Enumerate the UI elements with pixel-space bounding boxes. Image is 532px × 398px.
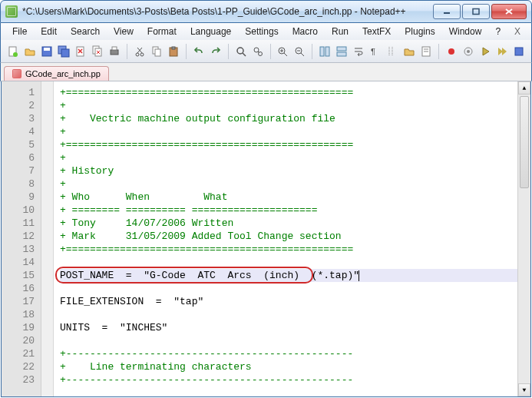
- wrap-icon[interactable]: [351, 43, 366, 60]
- code-line[interactable]: + Tony 14/07/2006 Written: [60, 217, 517, 230]
- print-icon[interactable]: [107, 43, 122, 60]
- code-line[interactable]: +---------------------------------------…: [60, 373, 517, 386]
- line-number: 3: [2, 112, 35, 125]
- svg-rect-18: [112, 47, 117, 50]
- code-line[interactable]: +=======================================…: [60, 138, 517, 151]
- file-tab[interactable]: GCode_arc_inch.pp: [4, 66, 109, 81]
- menu-settings[interactable]: Settings: [238, 25, 285, 38]
- undo-icon[interactable]: [191, 43, 207, 60]
- close-file-icon[interactable]: [73, 43, 88, 60]
- stop-rec-icon[interactable]: [461, 43, 476, 60]
- svg-line-37: [301, 53, 304, 56]
- scroll-down-icon[interactable]: ▼: [518, 383, 530, 396]
- code-line[interactable]: [60, 334, 517, 347]
- code-line[interactable]: + Who When What: [60, 191, 517, 204]
- line-number: 14: [2, 256, 35, 269]
- code-line[interactable]: POST_NAME = "G-Code ATC Arcs (inch) (*.t…: [60, 269, 517, 282]
- save-icon[interactable]: [39, 43, 55, 60]
- svg-rect-41: [337, 52, 346, 56]
- save-macro-icon[interactable]: [511, 43, 527, 60]
- code-line[interactable]: +: [60, 151, 517, 164]
- code-line[interactable]: + Vectric machine output configuration f…: [60, 112, 517, 125]
- svg-point-27: [237, 48, 243, 54]
- doc-list-icon[interactable]: [418, 43, 434, 60]
- open-file-icon[interactable]: [22, 43, 38, 60]
- line-number: 13: [2, 243, 35, 256]
- redo-icon[interactable]: [208, 43, 223, 60]
- minimize-button[interactable]: [433, 4, 461, 19]
- find-icon[interactable]: [233, 43, 249, 60]
- line-number: 19: [2, 321, 35, 334]
- line-number: 11: [2, 217, 35, 230]
- editor: 1234567891011121314151617181920212223 +=…: [1, 81, 531, 397]
- line-number: 20: [2, 334, 35, 347]
- indent-guide-icon[interactable]: [385, 43, 400, 60]
- menu-plugins[interactable]: Plugins: [398, 25, 441, 38]
- zoom-in-icon[interactable]: [275, 43, 290, 60]
- menu-format[interactable]: Format: [140, 25, 183, 38]
- copy-icon[interactable]: [149, 43, 164, 60]
- code-line[interactable]: +=======================================…: [60, 86, 517, 99]
- menu-search[interactable]: Search: [64, 25, 107, 38]
- menu-window[interactable]: Window: [442, 25, 489, 38]
- menu-file[interactable]: File: [5, 25, 34, 38]
- menu-edit[interactable]: Edit: [34, 25, 64, 38]
- code-line[interactable]: + History: [60, 164, 517, 177]
- window-buttons: [431, 4, 527, 19]
- play-multi-icon[interactable]: [494, 43, 510, 60]
- menu-help[interactable]: ?: [488, 25, 507, 38]
- code-line[interactable]: FILE_EXTENSION = "tap": [60, 295, 517, 308]
- window-title: *C:\Users\Mark\Documents\3-Posts\Beta Po…: [22, 6, 431, 17]
- line-number: 18: [2, 308, 35, 321]
- code-line[interactable]: [60, 308, 517, 321]
- menubar-x[interactable]: X: [508, 25, 527, 38]
- code-line[interactable]: +: [60, 99, 517, 112]
- line-number: 6: [2, 151, 35, 164]
- code-line[interactable]: [60, 256, 517, 269]
- save-all-icon[interactable]: [56, 43, 71, 60]
- maximize-button[interactable]: [462, 4, 490, 19]
- menu-textfx[interactable]: TextFX: [355, 25, 398, 38]
- code-line[interactable]: +: [60, 177, 517, 191]
- svg-rect-24: [155, 49, 160, 56]
- code-line[interactable]: UNITS = "INCHES": [60, 321, 517, 334]
- line-number: 7: [2, 164, 35, 177]
- menu-view[interactable]: View: [107, 25, 140, 38]
- fold-margin: [41, 81, 54, 396]
- code-line[interactable]: + ======== ========== ==================…: [60, 204, 517, 217]
- code-line[interactable]: +=======================================…: [60, 243, 517, 256]
- scroll-up-icon[interactable]: ▲: [518, 81, 530, 95]
- line-number: 22: [2, 360, 35, 373]
- svg-point-50: [467, 50, 470, 53]
- code-line[interactable]: + Line terminating characters: [60, 360, 517, 373]
- close-button[interactable]: [491, 4, 527, 19]
- code-area[interactable]: +=======================================…: [54, 81, 517, 396]
- code-line[interactable]: + Mark 31/05/2009 Added Tool Change sect…: [60, 230, 517, 243]
- line-number-gutter: 1234567891011121314151617181920212223: [2, 81, 41, 396]
- code-line[interactable]: [60, 282, 517, 295]
- sync-v-icon[interactable]: [317, 43, 332, 60]
- paste-icon[interactable]: [166, 43, 181, 60]
- play-icon[interactable]: [477, 43, 493, 60]
- code-line[interactable]: +: [60, 125, 517, 138]
- svg-line-28: [243, 53, 246, 56]
- scroll-track[interactable]: [518, 95, 530, 383]
- svg-rect-9: [61, 49, 69, 57]
- show-invis-icon[interactable]: ¶: [368, 43, 383, 60]
- sync-h-icon[interactable]: [334, 43, 349, 60]
- folder-icon[interactable]: [401, 43, 417, 60]
- cut-icon[interactable]: [132, 43, 147, 60]
- close-all-icon[interactable]: [90, 43, 105, 60]
- line-number: 5: [2, 138, 35, 151]
- code-line[interactable]: +---------------------------------------…: [60, 347, 517, 360]
- menu-language[interactable]: Language: [183, 25, 238, 38]
- zoom-out-icon[interactable]: [292, 43, 307, 60]
- svg-point-20: [140, 53, 144, 56]
- scroll-thumb[interactable]: [520, 96, 529, 188]
- record-icon[interactable]: [444, 43, 459, 60]
- vertical-scrollbar[interactable]: ▲ ▼: [517, 81, 530, 396]
- menu-macro[interactable]: Macro: [286, 25, 325, 38]
- menu-run[interactable]: Run: [325, 25, 355, 38]
- new-file-icon[interactable]: [5, 43, 21, 60]
- replace-icon[interactable]: [250, 43, 266, 60]
